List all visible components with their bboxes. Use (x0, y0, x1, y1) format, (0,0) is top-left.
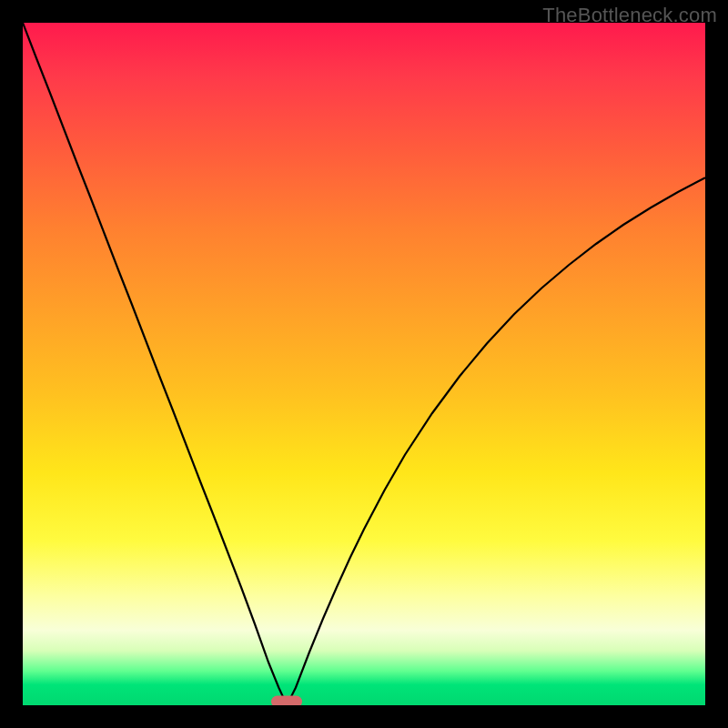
optimal-marker (271, 696, 302, 705)
watermark-text: TheBottleneck.com (542, 4, 717, 27)
bottleneck-curve-left (23, 23, 287, 705)
curve-layer (23, 23, 705, 705)
plot-area (23, 23, 705, 705)
bottleneck-curve-right (287, 177, 705, 705)
chart-frame: TheBottleneck.com (0, 0, 728, 728)
